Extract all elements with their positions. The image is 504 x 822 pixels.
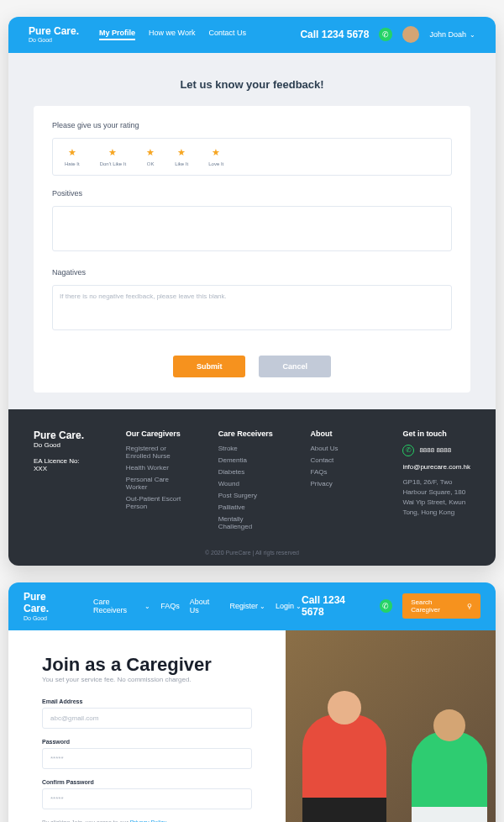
header: Pure Care. Do Good Care Receivers ⌄ FAQs… xyxy=(8,582,496,630)
footer-link[interactable]: Stroke xyxy=(218,445,277,452)
footer-link[interactable]: Mentally Challenged xyxy=(218,515,277,530)
positives-label: Positives xyxy=(52,189,452,198)
footer-address: GP18, 26/F, Two Harbour Square, 180 Wai … xyxy=(402,477,470,518)
star-icon: ★ xyxy=(108,147,117,158)
whatsapp-icon[interactable]: ✆ xyxy=(380,599,393,613)
email-input[interactable] xyxy=(42,708,252,729)
footer-link[interactable]: Privacy xyxy=(311,480,370,487)
footer-link[interactable]: Post Surgery xyxy=(218,492,277,499)
nav-login[interactable]: Login ⌄ xyxy=(276,602,302,610)
negatives-input[interactable] xyxy=(52,285,452,330)
rating-dont-like-it[interactable]: ★Don't Like It xyxy=(100,147,127,166)
footer-heading: Our Caregivers xyxy=(126,429,185,438)
page-subtitle: You set your service fee. No commission … xyxy=(42,676,252,683)
nav-about-us[interactable]: About Us xyxy=(190,598,220,614)
footer-phone[interactable]: ✆8888 8888 xyxy=(402,445,470,456)
footer-about: About About Us Contact FAQs Privacy xyxy=(311,429,370,535)
header-left: Pure Care. Do Good My Profile How we Wor… xyxy=(29,25,246,45)
button-row: Submit Cancel xyxy=(52,356,452,377)
feedback-screen: Pure Care. Do Good My Profile How we Wor… xyxy=(8,17,496,566)
body: Join as a Caregiver You set your service… xyxy=(8,630,496,822)
join-screen: Pure Care. Do Good Care Receivers ⌄ FAQs… xyxy=(8,582,496,822)
nav-care-receivers[interactable]: Care Receivers ⌄ xyxy=(93,598,150,614)
cancel-button[interactable]: Cancel xyxy=(259,356,331,377)
footer-link[interactable]: Wound xyxy=(218,480,277,487)
search-label: Search Caregiver xyxy=(411,598,462,614)
rating-text: OK xyxy=(147,161,155,166)
phone-number[interactable]: Call 1234 5678 xyxy=(300,29,369,40)
page-title: Join as a Caregiver xyxy=(42,654,252,676)
nav-how-we-work[interactable]: How we Work xyxy=(149,29,195,40)
footer-link[interactable]: Out-Patient Escort Person xyxy=(126,495,185,510)
star-icon: ★ xyxy=(212,147,220,158)
rating-text: Like It xyxy=(175,161,188,166)
star-icon: ★ xyxy=(146,147,155,158)
nav-my-profile[interactable]: My Profile xyxy=(99,29,135,40)
nav-label: Care Receivers xyxy=(93,598,143,614)
footer-link[interactable]: Personal Care Worker xyxy=(126,476,185,491)
footer-heading: Get in touch xyxy=(402,429,470,438)
email-label: Email Address xyxy=(42,698,252,704)
nav: Care Receivers ⌄ FAQs About Us Register … xyxy=(93,598,302,614)
submit-button[interactable]: Submit xyxy=(173,356,246,377)
logo[interactable]: Pure Care. Do Good xyxy=(29,25,79,45)
password-label: Password xyxy=(42,739,252,745)
rating-ok[interactable]: ★OK xyxy=(146,147,155,166)
user-icon: ⚲ xyxy=(467,603,472,610)
hero-image xyxy=(286,630,496,822)
content: Let us know your feedback! Please give u… xyxy=(8,53,496,409)
form-side: Join as a Caregiver You set your service… xyxy=(8,630,286,822)
nav-label: Login xyxy=(276,602,294,610)
rating-text: Love It xyxy=(208,161,223,166)
rating-label: Please give us your rating xyxy=(52,121,452,129)
nav-contact-us[interactable]: Contact Us xyxy=(208,29,246,40)
logo-title: Pure Care. xyxy=(29,25,79,37)
footer-receivers: Care Receivers Stroke Dementia Diabetes … xyxy=(218,429,277,535)
confirm-password-input[interactable] xyxy=(42,788,252,809)
person-patient xyxy=(302,714,386,822)
footer-heading: Care Receivers xyxy=(218,429,277,438)
footer-link[interactable]: Palliative xyxy=(218,503,277,511)
page-title: Let us know your feedback! xyxy=(34,78,470,91)
footer-heading: About xyxy=(311,429,370,438)
feedback-card: Please give us your rating ★Hate It ★Don… xyxy=(34,106,470,393)
footer-link[interactable]: FAQs xyxy=(311,468,370,476)
logo[interactable]: Pure Care. Do Good xyxy=(24,591,73,622)
header-right: Call 1234 5678 ✆ John Doah⌄ xyxy=(300,26,475,43)
footer-logo-title: Pure Care. xyxy=(34,429,92,441)
user-name: John Doah xyxy=(429,30,466,39)
confirm-password-label: Confirm Password xyxy=(42,779,252,785)
rating-like-it[interactable]: ★Like It xyxy=(175,147,188,166)
logo-tagline: Do Good xyxy=(29,37,79,44)
star-icon: ★ xyxy=(68,147,76,158)
nav-register[interactable]: Register ⌄ xyxy=(229,602,265,610)
rating-text: Don't Like It xyxy=(100,161,127,166)
footer-licence: EA Licence No: XXX xyxy=(34,457,92,472)
footer-link[interactable]: Dementia xyxy=(218,456,277,464)
footer-email[interactable]: info@purecare.com.hk xyxy=(402,463,470,471)
phone-number[interactable]: Call 1234 5678 xyxy=(302,594,370,618)
chevron-down-icon: ⌄ xyxy=(260,603,265,610)
nav: My Profile How we Work Contact Us xyxy=(99,29,246,40)
search-caregiver-button[interactable]: Search Caregiver⚲ xyxy=(402,593,480,619)
person-caregiver xyxy=(412,731,487,822)
footer-link[interactable]: Diabetes xyxy=(218,468,277,476)
rating-love-it[interactable]: ★Love It xyxy=(208,147,223,166)
rating-hate-it[interactable]: ★Hate It xyxy=(65,147,80,166)
footer-brand: Pure Care. Do Good EA Licence No: XXX xyxy=(34,429,92,535)
chevron-down-icon: ⌄ xyxy=(470,31,475,39)
whatsapp-icon[interactable]: ✆ xyxy=(379,28,392,41)
nav-faqs[interactable]: FAQs xyxy=(160,602,180,610)
footer: Pure Care. Do Good EA Licence No: XXX Ou… xyxy=(8,409,496,566)
header: Pure Care. Do Good My Profile How we Wor… xyxy=(8,17,496,53)
footer-link[interactable]: About Us xyxy=(311,445,370,452)
password-input[interactable] xyxy=(42,748,252,769)
footer-link[interactable]: Registered or Enrolled Nurse xyxy=(126,445,185,460)
footer-phone-text: 8888 8888 xyxy=(419,446,451,454)
footer-link[interactable]: Health Worker xyxy=(126,464,185,472)
header-right: Call 1234 5678 ✆ Search Caregiver⚲ xyxy=(302,593,480,619)
footer-link[interactable]: Contact xyxy=(311,456,370,464)
user-menu[interactable]: John Doah⌄ xyxy=(429,30,475,39)
avatar[interactable] xyxy=(402,26,419,43)
positives-input[interactable] xyxy=(52,206,452,251)
